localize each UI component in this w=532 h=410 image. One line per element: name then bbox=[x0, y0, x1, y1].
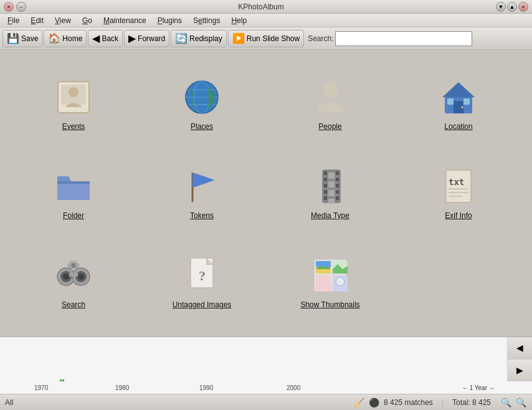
thumbnails-icon bbox=[310, 255, 350, 295]
menu-settings[interactable]: Settings bbox=[188, 15, 225, 26]
zoom-out-button[interactable]: 🔍 bbox=[500, 396, 512, 409]
svg-rect-23 bbox=[324, 196, 327, 200]
category-places[interactable]: Places bbox=[141, 62, 263, 145]
restore-icon: ▼ bbox=[498, 4, 504, 10]
svg-rect-15 bbox=[57, 181, 90, 184]
axis-1970: 1970 bbox=[34, 384, 48, 391]
search-label: Search: bbox=[308, 34, 333, 43]
window-title: KPhotoAlbum bbox=[26, 2, 496, 11]
svg-rect-25 bbox=[336, 178, 339, 181]
svg-rect-13 bbox=[463, 98, 470, 105]
timeline-nav: ◀ ▶ bbox=[507, 337, 532, 381]
svg-rect-30 bbox=[328, 181, 335, 188]
category-location[interactable]: Location bbox=[397, 62, 520, 145]
title-bar: × – KPhotoAlbum ▼ ▲ × bbox=[0, 0, 532, 14]
timeline-bars bbox=[0, 354, 532, 381]
category-folder[interactable]: Folder bbox=[12, 151, 135, 234]
events-icon bbox=[54, 77, 93, 117]
menu-maintenance[interactable]: Maintenance bbox=[98, 15, 151, 26]
category-mediatype[interactable]: Media Type bbox=[269, 151, 391, 234]
svg-rect-20 bbox=[324, 178, 327, 181]
toolbar: 💾 Save 🏠 Home ◀ Back ▶ Forward 🔄 Redispl… bbox=[0, 27, 532, 50]
save-button[interactable]: 💾 Save bbox=[2, 30, 42, 47]
restore-button[interactable]: ▼ bbox=[496, 2, 506, 12]
category-exifinfo[interactable]: txt Exif Info bbox=[397, 151, 520, 234]
svg-rect-32 bbox=[328, 199, 335, 204]
exifinfo-label: Exif Info bbox=[445, 211, 472, 220]
thumbnails-label: Show Thumbnails bbox=[300, 300, 359, 309]
minimize-button[interactable]: – bbox=[16, 2, 26, 12]
timeline-prev-button[interactable]: ◀ bbox=[508, 337, 532, 360]
zoom-in-button[interactable]: 🔍 bbox=[515, 396, 527, 409]
svg-rect-29 bbox=[328, 173, 335, 179]
search-icon bbox=[54, 255, 93, 295]
close-button[interactable]: × bbox=[4, 2, 14, 12]
redisplay-label: Redisplay bbox=[189, 34, 222, 43]
status-info-button[interactable]: ⚫ bbox=[368, 396, 380, 409]
events-label: Events bbox=[62, 122, 85, 131]
forward-label: Forward bbox=[138, 34, 165, 43]
menu-go[interactable]: Go bbox=[77, 15, 97, 26]
svg-point-59 bbox=[336, 277, 344, 286]
timeline-area: ◀ ▶ 1970 1980 1990 2000 ← 1 Year → bbox=[0, 336, 532, 394]
category-thumbnails[interactable]: Show Thumbnails bbox=[269, 241, 391, 324]
tokens-icon bbox=[182, 166, 222, 206]
zoom-in-icon: 🔍 bbox=[516, 398, 526, 408]
redisplay-button[interactable]: 🔄 Redisplay bbox=[171, 30, 227, 47]
window-close-button[interactable]: × bbox=[518, 2, 528, 12]
menu-view[interactable]: View bbox=[50, 15, 76, 26]
forward-button[interactable]: ▶ Forward bbox=[124, 30, 169, 47]
svg-point-8 bbox=[323, 82, 338, 97]
window-close-icon: × bbox=[521, 4, 525, 10]
slideshow-icon: ▶️ bbox=[232, 32, 245, 44]
slideshow-label: Run Slide Show bbox=[247, 34, 300, 43]
home-label: Home bbox=[62, 34, 82, 43]
tokens-label: Tokens bbox=[190, 211, 214, 220]
status-all-label: All bbox=[5, 398, 349, 407]
back-label: Back bbox=[102, 34, 118, 43]
back-button[interactable]: ◀ Back bbox=[88, 30, 123, 47]
svg-point-46 bbox=[71, 263, 76, 268]
category-people[interactable]: People bbox=[269, 62, 391, 145]
slideshow-button[interactable]: ▶️ Run Slide Show bbox=[228, 30, 304, 47]
title-bar-left: × – bbox=[4, 2, 26, 12]
svg-rect-28 bbox=[336, 196, 339, 200]
menu-edit[interactable]: Edit bbox=[26, 15, 49, 26]
search-input[interactable] bbox=[335, 31, 472, 46]
people-label: People bbox=[318, 122, 341, 131]
svg-rect-22 bbox=[324, 190, 327, 194]
exifinfo-icon: txt bbox=[439, 166, 478, 206]
timeline-axis: 1970 1980 1990 2000 ← 1 Year → bbox=[0, 381, 532, 394]
places-icon bbox=[182, 77, 222, 117]
zoom-controls: 🔍 🔍 bbox=[500, 396, 527, 409]
category-tokens[interactable]: Tokens bbox=[141, 151, 263, 234]
home-button[interactable]: 🏠 Home bbox=[44, 30, 87, 47]
svg-point-2 bbox=[69, 87, 78, 97]
timeline-next-button[interactable]: ▶ bbox=[508, 360, 532, 382]
clear-search-button[interactable]: 🧹 bbox=[353, 396, 365, 409]
menu-help[interactable]: Help bbox=[226, 15, 252, 26]
category-untagged[interactable]: ? Untagged Images bbox=[141, 241, 263, 324]
svg-rect-44 bbox=[69, 273, 78, 277]
svg-point-14 bbox=[462, 106, 463, 108]
svg-text:?: ? bbox=[199, 268, 206, 284]
places-label: Places bbox=[191, 122, 213, 131]
menu-bar: File Edit View Go Maintenance Plugins Se… bbox=[0, 14, 532, 27]
forward-icon: ▶ bbox=[128, 32, 136, 44]
search-label: Search bbox=[62, 300, 85, 309]
untagged-icon: ? bbox=[182, 255, 222, 295]
category-search[interactable]: Search bbox=[12, 241, 135, 324]
maximize-button[interactable]: ▲ bbox=[507, 2, 517, 12]
home-icon: 🏠 bbox=[48, 32, 60, 44]
category-events[interactable]: Events bbox=[12, 62, 135, 145]
axis-1990: 1990 bbox=[199, 384, 213, 391]
menu-plugins[interactable]: Plugins bbox=[153, 15, 187, 26]
mediatype-label: Media Type bbox=[311, 211, 349, 220]
svg-marker-10 bbox=[442, 82, 475, 97]
menu-file[interactable]: File bbox=[2, 15, 24, 26]
back-icon: ◀ bbox=[92, 32, 100, 44]
clear-icon: 🧹 bbox=[354, 398, 364, 408]
svg-rect-55 bbox=[316, 261, 331, 267]
save-icon: 💾 bbox=[7, 32, 19, 44]
svg-rect-24 bbox=[336, 171, 339, 175]
